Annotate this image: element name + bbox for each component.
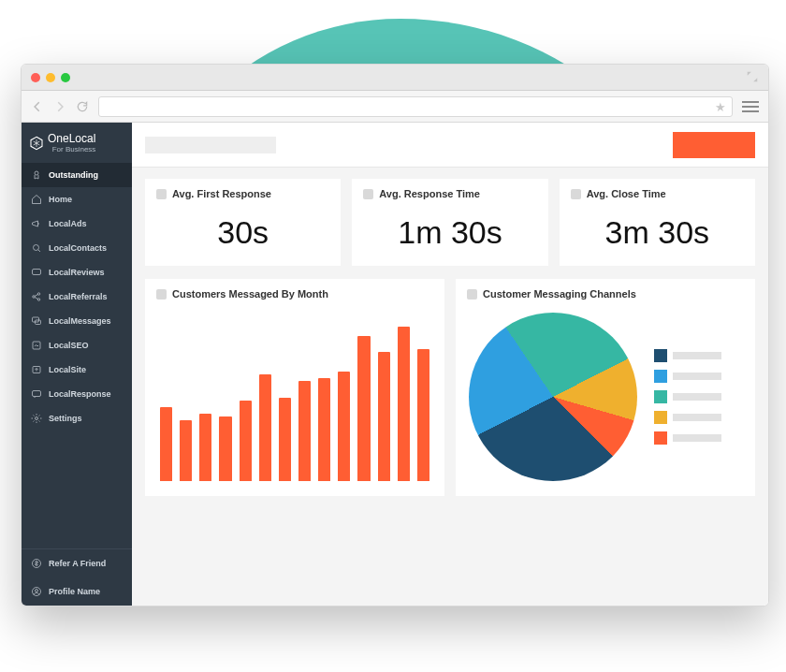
reload-button[interactable]	[76, 100, 89, 113]
sidebar-item-label: LocalMessages	[49, 316, 111, 326]
maximize-window-button[interactable]	[61, 73, 70, 82]
sidebar-item-outstanding[interactable]: Outstanding	[22, 163, 132, 187]
bar	[378, 352, 390, 481]
dollar-icon	[31, 558, 42, 569]
bar	[180, 420, 192, 481]
stat-card: Avg. Close Time 3m 30s	[560, 179, 755, 266]
svg-point-11	[36, 417, 38, 420]
app-header	[132, 123, 768, 168]
site-icon	[31, 364, 42, 375]
sidebar-item-label: LocalContacts	[49, 243, 107, 253]
bar	[398, 327, 410, 481]
sidebar-item-settings[interactable]: Settings	[22, 406, 132, 431]
bar-chart-title: Customers Messaged By Month	[172, 288, 328, 299]
sidebar-item-home[interactable]: Home	[22, 187, 132, 212]
sidebar-item-localseo[interactable]: LocalSEO	[22, 333, 132, 358]
sidebar-item-label: Refer A Friend	[49, 559, 106, 568]
stat-card: Avg. Response Time 1m 30s	[352, 179, 547, 266]
bar	[240, 401, 252, 481]
forward-button[interactable]	[53, 100, 66, 113]
browser-window: ★ OneLocal For Business OutstandingHomeL…	[21, 64, 769, 606]
sidebar-item-localads[interactable]: LocalAds	[22, 212, 132, 236]
sidebar-bottom: Refer A FriendProfile Name	[22, 548, 132, 606]
browser-menu-button[interactable]	[742, 101, 759, 112]
svg-point-14	[36, 590, 38, 592]
sidebar-item-localcontacts[interactable]: LocalContacts	[22, 236, 132, 260]
sidebar-item-refer-a-friend[interactable]: Refer A Friend	[22, 549, 132, 577]
sidebar-item-label: Profile Name	[49, 587, 100, 596]
sidebar-item-label: LocalReferrals	[49, 292, 108, 301]
stat-label: Avg. Response Time	[379, 188, 480, 199]
legend-swatch	[654, 349, 667, 362]
sidebar-item-label: LocalAds	[49, 219, 87, 228]
legend-item	[654, 349, 721, 362]
pie-chart-title: Customer Messaging Channels	[483, 288, 636, 299]
svg-rect-10	[33, 391, 41, 397]
pie-chart-card: Customer Messaging Channels	[456, 279, 755, 496]
brand-icon	[29, 136, 44, 151]
brand-subtitle: For Business	[48, 145, 95, 153]
stat-label: Avg. Close Time	[587, 188, 666, 199]
sidebar-item-localreferrals[interactable]: LocalReferrals	[22, 285, 132, 309]
seo-icon	[31, 340, 42, 351]
sidebar-item-label: LocalResponse	[49, 389, 111, 399]
pie-chart-checkbox[interactable]	[467, 289, 477, 299]
brand-logo[interactable]: OneLocal For Business	[22, 123, 132, 157]
sidebar-item-localresponse[interactable]: LocalResponse	[22, 382, 132, 406]
svg-rect-6	[33, 317, 39, 322]
legend-label-placeholder	[673, 414, 721, 421]
home-icon	[31, 194, 42, 205]
legend-swatch	[654, 390, 667, 403]
brand-name: OneLocal	[48, 132, 95, 145]
bar-chart-checkbox[interactable]	[156, 289, 167, 299]
legend-swatch	[654, 431, 667, 445]
sidebar-item-localreviews[interactable]: LocalReviews	[22, 260, 132, 285]
messages-icon	[31, 315, 42, 327]
svg-point-0	[35, 171, 38, 175]
legend-label-placeholder	[673, 393, 721, 401]
bar	[259, 374, 271, 481]
sidebar-item-localmessages[interactable]: LocalMessages	[22, 309, 132, 333]
sidebar: OneLocal For Business OutstandingHomeLoc…	[22, 123, 132, 606]
bar	[357, 336, 370, 481]
stat-label: Avg. First Response	[172, 188, 271, 199]
page-title-placeholder	[145, 137, 276, 153]
sidebar-item-label: Home	[49, 195, 72, 204]
stat-value: 1m 30s	[363, 209, 536, 251]
bar	[417, 349, 429, 481]
bar	[279, 398, 291, 481]
window-controls	[31, 73, 70, 82]
pie-legend	[654, 349, 721, 445]
browser-nav-bar: ★	[22, 91, 768, 123]
sidebar-item-profile-name[interactable]: Profile Name	[22, 577, 132, 606]
legend-item	[654, 431, 721, 445]
minimize-window-button[interactable]	[46, 73, 55, 82]
bar-chart	[156, 309, 433, 485]
sidebar-item-localsite[interactable]: LocalSite	[22, 358, 132, 382]
close-window-button[interactable]	[31, 73, 40, 82]
legend-label-placeholder	[673, 352, 721, 359]
chat-icon	[31, 267, 42, 278]
sidebar-item-label: LocalSEO	[49, 341, 89, 350]
stat-card: Avg. First Response 30s	[145, 179, 341, 266]
megaphone-icon	[31, 218, 42, 229]
stat-checkbox[interactable]	[571, 189, 581, 199]
stat-checkbox[interactable]	[363, 189, 373, 199]
sidebar-item-label: LocalReviews	[49, 268, 105, 277]
legend-label-placeholder	[673, 373, 721, 380]
svg-point-1	[34, 245, 39, 251]
svg-rect-2	[33, 270, 41, 275]
primary-action-button[interactable]	[673, 132, 755, 158]
bar	[199, 414, 211, 481]
bar	[338, 372, 350, 481]
bar	[318, 378, 330, 481]
url-bar[interactable]: ★	[98, 96, 733, 117]
badge-icon	[31, 169, 42, 181]
back-button[interactable]	[31, 100, 44, 113]
stat-checkbox[interactable]	[156, 189, 167, 199]
legend-item	[654, 411, 721, 424]
fullscreen-icon[interactable]	[746, 70, 759, 83]
main-panel: Avg. First Response 30s Avg. Response Ti…	[132, 123, 768, 606]
legend-item	[654, 370, 721, 383]
bookmark-icon[interactable]: ★	[715, 100, 726, 114]
